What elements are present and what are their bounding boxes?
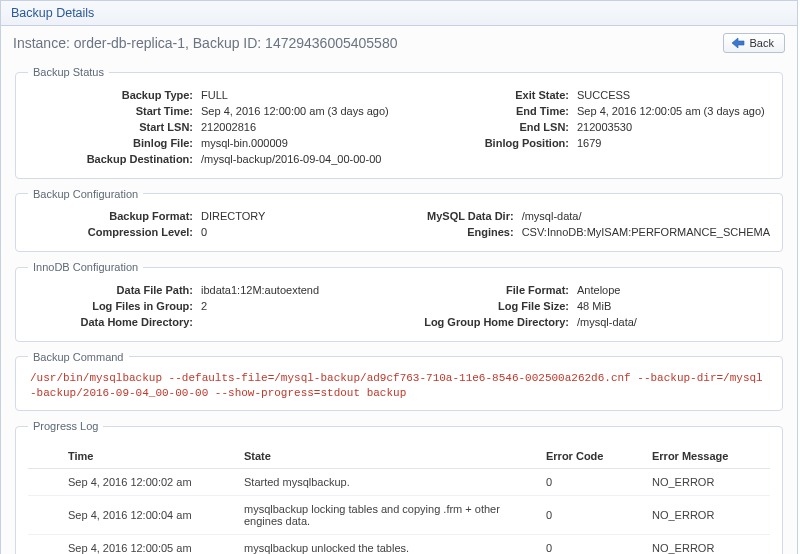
label-log-files-group: Log Files in Group: <box>28 299 201 314</box>
value-data-file-path: ibdata1:12M:autoextend <box>201 283 319 298</box>
value-compression: 0 <box>201 225 207 240</box>
progress-log-table: Time State Error Code Error Message Sep … <box>28 444 770 554</box>
label-backup-format: Backup Format: <box>28 209 201 224</box>
innodb-config-group: InnoDB Configuration Data File Path:ibda… <box>15 261 783 342</box>
progress-log-legend: Progress Log <box>28 420 103 432</box>
table-row: Sep 4, 2016 12:00:05 ammysqlbackup unloc… <box>28 535 770 554</box>
label-engines: Engines: <box>349 225 522 240</box>
back-button[interactable]: Back <box>723 33 785 53</box>
value-end-lsn: 212003530 <box>577 120 632 135</box>
value-file-format: Antelope <box>577 283 620 298</box>
progress-log-group: Progress Log Time State Error Code Error… <box>15 420 783 554</box>
label-binlog-pos: Binlog Position: <box>404 136 577 151</box>
label-exit-state: Exit State: <box>404 88 577 103</box>
value-log-group-home: /mysql-data/ <box>577 315 637 330</box>
log-time: Sep 4, 2016 12:00:04 am <box>28 496 236 535</box>
backup-command-group: Backup Command /usr/bin/mysqlbackup --de… <box>15 351 783 412</box>
value-binlog-file: mysql-bin.000009 <box>201 136 288 151</box>
col-error-msg: Error Message <box>644 444 770 469</box>
innodb-config-legend: InnoDB Configuration <box>28 261 143 273</box>
backup-status-group: Backup Status Backup Type:FULL Start Tim… <box>15 66 783 179</box>
value-backup-type: FULL <box>201 88 228 103</box>
value-backup-dest: /mysql-backup/2016-09-04_00-00-00 <box>201 152 381 167</box>
backup-command-text: /usr/bin/mysqlbackup --defaults-file=/my… <box>28 371 770 401</box>
log-time: Sep 4, 2016 12:00:05 am <box>28 535 236 554</box>
log-error-code: 0 <box>538 496 644 535</box>
label-backup-dest: Backup Destination: <box>28 152 201 167</box>
log-error-msg: NO_ERROR <box>644 469 770 496</box>
value-exit-state: SUCCESS <box>577 88 630 103</box>
value-start-lsn: 212002816 <box>201 120 256 135</box>
label-start-time: Start Time: <box>28 104 201 119</box>
label-data-home-dir: Data Home Directory: <box>28 315 201 330</box>
log-error-code: 0 <box>538 469 644 496</box>
log-time: Sep 4, 2016 12:00:02 am <box>28 469 236 496</box>
label-log-file-size: Log File Size: <box>404 299 577 314</box>
value-engines: CSV:InnoDB:MyISAM:PERFORMANCE_SCHEMA <box>522 225 770 240</box>
label-end-time: End Time: <box>404 104 577 119</box>
label-binlog-file: Binlog File: <box>28 136 201 151</box>
label-compression: Compression Level: <box>28 225 201 240</box>
backup-config-legend: Backup Configuration <box>28 188 143 200</box>
table-row: Sep 4, 2016 12:00:02 amStarted mysqlback… <box>28 469 770 496</box>
table-row: Sep 4, 2016 12:00:04 ammysqlbackup locki… <box>28 496 770 535</box>
log-state: mysqlbackup unlocked the tables. <box>236 535 538 554</box>
log-error-msg: NO_ERROR <box>644 535 770 554</box>
label-mysql-datadir: MySQL Data Dir: <box>349 209 522 224</box>
label-data-file-path: Data File Path: <box>28 283 201 298</box>
value-end-time: Sep 4, 2016 12:00:05 am (3 days ago) <box>577 104 765 119</box>
label-start-lsn: Start LSN: <box>28 120 201 135</box>
back-arrow-icon <box>731 37 745 49</box>
label-log-group-home: Log Group Home Directory: <box>404 315 577 330</box>
value-start-time: Sep 4, 2016 12:00:00 am (3 days ago) <box>201 104 389 119</box>
col-time: Time <box>28 444 236 469</box>
label-end-lsn: End LSN: <box>404 120 577 135</box>
log-error-msg: NO_ERROR <box>644 496 770 535</box>
col-state: State <box>236 444 538 469</box>
panel-title: Backup Details <box>1 1 797 26</box>
label-backup-type: Backup Type: <box>28 88 201 103</box>
value-backup-format: DIRECTORY <box>201 209 265 224</box>
table-header-row: Time State Error Code Error Message <box>28 444 770 469</box>
back-button-label: Back <box>750 37 774 49</box>
label-file-format: File Format: <box>404 283 577 298</box>
value-log-files-group: 2 <box>201 299 207 314</box>
log-state: mysqlbackup locking tables and copying .… <box>236 496 538 535</box>
subheader: Instance: order-db-replica-1, Backup ID:… <box>1 26 797 62</box>
log-error-code: 0 <box>538 535 644 554</box>
log-state: Started mysqlbackup. <box>236 469 538 496</box>
value-mysql-datadir: /mysql-data/ <box>522 209 582 224</box>
backup-details-panel: Backup Details Instance: order-db-replic… <box>0 0 798 554</box>
col-error-code: Error Code <box>538 444 644 469</box>
backup-status-legend: Backup Status <box>28 66 109 78</box>
instance-id-line: Instance: order-db-replica-1, Backup ID:… <box>13 35 397 51</box>
backup-config-group: Backup Configuration Backup Format:DIREC… <box>15 188 783 253</box>
value-binlog-pos: 1679 <box>577 136 601 151</box>
backup-command-legend: Backup Command <box>28 351 129 363</box>
value-log-file-size: 48 MiB <box>577 299 611 314</box>
